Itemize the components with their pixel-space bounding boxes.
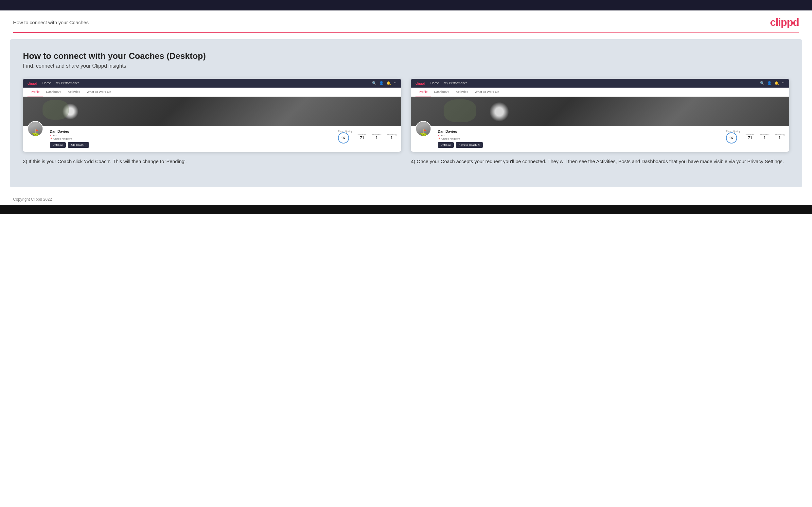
mini-stat-followers-1: Followers 1 <box>372 133 382 140</box>
user-icon-1[interactable]: 👤 <box>379 81 384 85</box>
mini-stat-following-1: Following 1 <box>387 133 397 140</box>
mini-nav-home-1[interactable]: Home <box>42 81 51 85</box>
mini-location-1: 📍 United Kingdom <box>50 137 332 140</box>
screenshot-2: clippd Home My Performance 🔍 👤 🔔 ⊙ Profi… <box>411 79 789 152</box>
mini-location-text-2: United Kingdom <box>441 137 460 140</box>
player-quality-label-1: Player Quality <box>338 130 352 132</box>
following-label-1: Following <box>387 133 397 136</box>
bell-icon-1[interactable]: 🔔 <box>386 81 391 85</box>
location-pin-icon-1: 📍 <box>50 137 53 140</box>
activities-value-2: 71 <box>746 136 755 140</box>
mini-hero-bg-1 <box>23 97 401 126</box>
mini-hero-2 <box>411 97 789 126</box>
mini-nav-links-2: Home My Performance <box>430 81 467 85</box>
mini-pro-label-2: Pro <box>441 134 445 137</box>
mini-nav-home-2[interactable]: Home <box>430 81 439 85</box>
search-icon-1[interactable]: 🔍 <box>372 81 376 85</box>
mini-location-2: 📍 United Kingdom <box>438 137 719 140</box>
tab-dashboard-2[interactable]: Dashboard <box>431 88 452 97</box>
activities-label-1: Activities <box>358 133 367 136</box>
header-divider <box>13 32 799 33</box>
screenshots-row: clippd Home My Performance 🔍 👤 🔔 ⊙ Profi… <box>23 79 789 165</box>
logo: clippd <box>770 16 799 29</box>
mini-nav-2: clippd Home My Performance 🔍 👤 🔔 ⊙ <box>411 79 789 88</box>
description-2: 4) Once your Coach accepts your request … <box>411 158 789 165</box>
tab-profile-2[interactable]: Profile <box>415 88 431 97</box>
top-bar <box>0 0 812 10</box>
mini-tabs-1: Profile Dashboard Activities What To Wor… <box>23 88 401 97</box>
mini-logo-2: clippd <box>415 81 425 85</box>
mini-stat-followers-2: Followers 1 <box>760 133 769 140</box>
following-value-1: 1 <box>387 136 397 140</box>
user-icon-2[interactable]: 👤 <box>767 81 772 85</box>
pro-check-icon-2: ✔ <box>438 134 440 137</box>
tab-profile-1[interactable]: Profile <box>28 88 43 97</box>
following-value-2: 1 <box>775 136 784 140</box>
mini-nav-performance-1[interactable]: My Performance <box>56 81 80 85</box>
unfollow-button-2[interactable]: Unfollow <box>438 142 454 148</box>
screenshot-col-1: clippd Home My Performance 🔍 👤 🔔 ⊙ Profi… <box>23 79 401 165</box>
screenshot-1: clippd Home My Performance 🔍 👤 🔔 ⊙ Profi… <box>23 79 401 152</box>
tab-whattoworkon-2[interactable]: What To Work On <box>471 88 503 97</box>
mini-hero-1 <box>23 97 401 126</box>
mini-location-text-1: United Kingdom <box>53 137 72 140</box>
main-content: How to connect with your Coaches (Deskto… <box>10 39 802 187</box>
mini-profile-section-1: Dan Davies ✔ Pro 📍 United Kingdom Unfoll… <box>23 126 401 152</box>
mini-stat-quality-1: Player Quality 97 <box>338 130 352 144</box>
mini-stats-1: Player Quality 97 Activities 71 Follower… <box>338 130 397 144</box>
tab-whattoworkon-1[interactable]: What To Work On <box>84 88 114 97</box>
mini-buttons-1: Unfollow Add Coach + <box>50 142 332 148</box>
mini-stat-quality-2: Player Quality 97 <box>726 130 740 144</box>
mini-name-2: Dan Davies <box>438 129 719 133</box>
unfollow-button-1[interactable]: Unfollow <box>50 142 66 148</box>
header-title: How to connect with your Coaches <box>13 19 89 25</box>
bottom-bar <box>0 205 812 214</box>
mini-stat-activities-2: Activities 71 <box>746 133 755 140</box>
mini-avatar-2 <box>415 121 431 136</box>
mini-avatar-1 <box>28 121 43 136</box>
followers-value-1: 1 <box>372 136 382 140</box>
screenshot-col-2: clippd Home My Performance 🔍 👤 🔔 ⊙ Profi… <box>411 79 789 165</box>
mini-stat-activities-1: Activities 71 <box>358 133 367 140</box>
mini-nav-icons-1: 🔍 👤 🔔 ⊙ <box>372 81 397 85</box>
followers-value-2: 1 <box>760 136 769 140</box>
remove-coach-label-2: Remove Coach <box>459 144 477 147</box>
tab-activities-2[interactable]: Activities <box>452 88 471 97</box>
mini-pro-label-1: Pro <box>53 134 57 137</box>
mini-profile-info-1: Dan Davies ✔ Pro 📍 United Kingdom Unfoll… <box>50 129 332 148</box>
mini-profile-section-2: Dan Davies ✔ Pro 📍 United Kingdom Unfoll… <box>411 126 789 152</box>
mini-stat-following-2: Following 1 <box>775 133 784 140</box>
mini-tabs-2: Profile Dashboard Activities What To Wor… <box>411 88 789 97</box>
copyright-text: Copyright Clippd 2022 <box>13 197 52 202</box>
mini-avatar-inner-2 <box>416 122 430 136</box>
player-quality-circle-2: 97 <box>726 132 737 144</box>
tab-dashboard-1[interactable]: Dashboard <box>43 88 64 97</box>
page-subheading: Find, connect and share your Clippd insi… <box>23 63 789 69</box>
footer: Copyright Clippd 2022 <box>0 194 812 205</box>
tab-activities-1[interactable]: Activities <box>64 88 83 97</box>
description-1: 3) If this is your Coach click 'Add Coac… <box>23 158 401 165</box>
mini-hero-bg-2 <box>411 97 789 126</box>
mini-nav-icons-2: 🔍 👤 🔔 ⊙ <box>760 81 784 85</box>
mini-profile-info-2: Dan Davies ✔ Pro 📍 United Kingdom Unfoll… <box>438 129 719 148</box>
mini-buttons-2: Unfollow Remove Coach ✕ <box>438 142 719 148</box>
mini-nav-performance-2[interactable]: My Performance <box>444 81 467 85</box>
activities-label-2: Activities <box>746 133 755 136</box>
close-icon-2: ✕ <box>478 144 480 147</box>
mini-nav-1: clippd Home My Performance 🔍 👤 🔔 ⊙ <box>23 79 401 88</box>
player-quality-circle-1: 97 <box>338 132 349 144</box>
mini-pro-badge-2: ✔ Pro <box>438 134 719 137</box>
search-icon-2[interactable]: 🔍 <box>760 81 765 85</box>
avatar-icon-2[interactable]: ⊙ <box>781 81 784 85</box>
add-coach-label-1: Add Coach <box>71 144 84 147</box>
remove-coach-button-2[interactable]: Remove Coach ✕ <box>456 142 483 148</box>
following-label-2: Following <box>775 133 784 136</box>
mini-logo-1: clippd <box>28 81 37 85</box>
add-coach-button-1[interactable]: Add Coach + <box>68 142 89 148</box>
mini-stats-2: Player Quality 97 Activities 71 Follower… <box>726 130 784 144</box>
bell-icon-2[interactable]: 🔔 <box>774 81 779 85</box>
header: How to connect with your Coaches clippd <box>0 10 812 32</box>
mini-avatar-inner-1 <box>28 122 43 136</box>
pro-check-icon-1: ✔ <box>50 134 52 137</box>
avatar-icon-1[interactable]: ⊙ <box>394 81 397 85</box>
